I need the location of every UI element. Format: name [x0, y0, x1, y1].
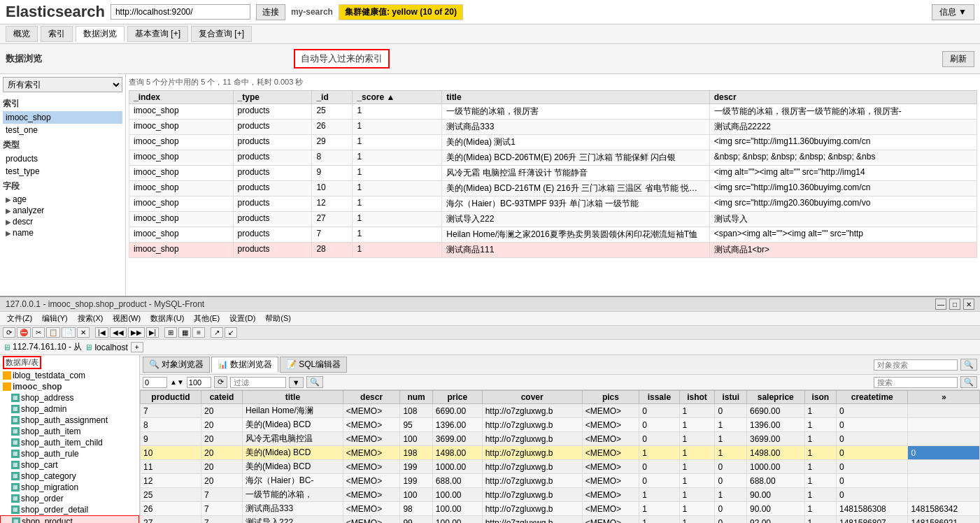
restore-button[interactable]: □	[949, 299, 960, 310]
col-header[interactable]: saleprice	[746, 391, 804, 404]
tb-btn-text[interactable]: ≡	[192, 327, 205, 338]
tab-overview[interactable]: 概览	[6, 26, 38, 42]
tb-btn-form[interactable]: ▦	[178, 327, 191, 338]
reload-button[interactable]: ⟳	[214, 376, 227, 388]
url-input[interactable]	[111, 4, 250, 20]
db-item[interactable]: ▦shop_auth_item_child	[0, 437, 139, 448]
col-header[interactable]: pics	[582, 391, 639, 404]
db-item[interactable]: ▦shop_auth_rule	[0, 448, 139, 459]
tb-btn-1[interactable]: ⟳	[3, 327, 15, 338]
col-header[interactable]: »	[908, 391, 980, 404]
sidebar-type-products[interactable]: products	[3, 152, 122, 165]
db-item[interactable]: ▦shop_admin	[0, 403, 139, 415]
search-button[interactable]: 🔍	[306, 376, 323, 388]
col-title[interactable]: title	[442, 91, 709, 104]
add-connection-button[interactable]: +	[131, 342, 143, 352]
db-item[interactable]: ▦shop_migration	[0, 482, 139, 493]
tb-btn-copy[interactable]: 📋	[46, 327, 60, 338]
col-header[interactable]: issale	[639, 391, 679, 404]
table-row[interactable]: 257一级节能的冰箱，<MEMO>100100.00http://o7zglux…	[141, 488, 980, 502]
menu-help[interactable]: 帮助(S)	[261, 313, 295, 324]
conn-ip[interactable]: 🖥 112.74.161.10 - 从	[3, 341, 82, 353]
sidebar-field-analyzer[interactable]: ▶ analyzer	[3, 205, 122, 216]
col-header[interactable]: ishot	[679, 391, 715, 404]
sidebar-field-name[interactable]: ▶ name	[3, 227, 122, 238]
db-item[interactable]: ▦shop_category	[0, 471, 139, 482]
tb-btn-2[interactable]: ⛔	[17, 327, 31, 338]
db-item[interactable]: ▦shop_order_detail	[0, 504, 139, 515]
sidebar-index-test[interactable]: test_one	[3, 124, 122, 136]
index-select[interactable]: 所有索引	[3, 77, 122, 92]
db-item[interactable]: ▦shop_address	[0, 392, 139, 403]
col-header[interactable]: cateid	[201, 391, 242, 404]
tab-data-browser[interactable]: 数据浏览	[76, 26, 125, 42]
col-header[interactable]: price	[432, 391, 482, 404]
db-item[interactable]: ▦shop_auth_assignment	[0, 415, 139, 426]
col-header[interactable]: descr	[343, 391, 400, 404]
table-row[interactable]: 277测试导入222<MEMO>99100.00http://o7zgluxwg…	[141, 516, 980, 524]
conn-localhost[interactable]: 🖥 localhost	[85, 343, 127, 352]
connect-button[interactable]: 连接	[256, 4, 285, 20]
filter-input[interactable]	[230, 377, 286, 388]
tb-btn-export[interactable]: ↗	[211, 327, 223, 338]
table-row[interactable]: 267测试商品333<MEMO>98100.00http://o7zgluxwg…	[141, 502, 980, 516]
col-header[interactable]: num	[400, 391, 432, 404]
col-header[interactable]: productid	[141, 391, 201, 404]
tab-basic-query[interactable]: 基本查询 [+]	[127, 26, 188, 42]
tab-object-browser[interactable]: 🔍 对象浏览器	[143, 357, 210, 373]
col-type[interactable]: _type	[233, 91, 312, 104]
search-execute-button[interactable]: 🔍	[960, 376, 977, 388]
es-refresh-button[interactable]: 刷新	[942, 51, 974, 67]
tb-btn-cut[interactable]: ✂	[32, 327, 45, 338]
col-header[interactable]: istui	[715, 391, 747, 404]
menu-database[interactable]: 数据库(U)	[146, 313, 188, 324]
object-search-input[interactable]	[874, 359, 958, 371]
col-header[interactable]: createtime	[837, 391, 908, 404]
sidebar-index-imooc[interactable]: imooc_shop	[3, 111, 122, 124]
object-search-button[interactable]: 🔍	[960, 359, 977, 371]
tab-data-browser-mysql[interactable]: 📊 数据浏览器	[211, 357, 278, 373]
col-header[interactable]: cover	[482, 391, 582, 404]
db-item[interactable]: ▦shop_order	[0, 493, 139, 504]
col-header[interactable]: ison	[804, 391, 837, 404]
col-header[interactable]: title	[243, 391, 343, 404]
minimize-button[interactable]: —	[935, 299, 946, 310]
menu-file[interactable]: 文件(Z)	[3, 313, 36, 324]
tb-btn-grid[interactable]: ⊞	[164, 327, 177, 338]
filter-dropdown[interactable]: ▼	[289, 377, 304, 388]
menu-search[interactable]: 搜索(X)	[73, 313, 108, 324]
table-row[interactable]: 1020美的(Midea) BCD<MEMO>1981498.00http://…	[141, 446, 980, 460]
db-item[interactable]: ▦shop_product	[0, 515, 139, 523]
menu-other[interactable]: 其他(E)	[190, 313, 224, 324]
tb-btn-last[interactable]: ▶|	[146, 327, 159, 338]
tab-index[interactable]: 索引	[41, 26, 73, 42]
search-input2[interactable]	[874, 377, 958, 388]
tab-complex-query[interactable]: 复合查询 [+]	[191, 26, 252, 42]
col-index[interactable]: _index	[129, 91, 234, 104]
col-id[interactable]: _id	[312, 91, 353, 104]
tb-btn-prev[interactable]: ◀◀	[110, 327, 127, 338]
db-item[interactable]: ▦shop_auth_item	[0, 426, 139, 437]
table-row[interactable]: 1220海尔（Haier）BC-<MEMO>199688.00http://o7…	[141, 474, 980, 488]
close-button[interactable]: ✕	[963, 299, 974, 310]
db-item[interactable]: imooc_shop	[0, 381, 139, 392]
table-row[interactable]: 820美的(Midea) BCD<MEMO>951396.00http://o7…	[141, 418, 980, 432]
menu-edit[interactable]: 编辑(Y)	[38, 313, 72, 324]
page-input[interactable]	[143, 377, 167, 388]
table-row[interactable]: 720Heilan Home/海澜<MEMO>1086690.00http://…	[141, 404, 980, 418]
tb-btn-del[interactable]: ✕	[77, 327, 90, 338]
limit-input[interactable]	[187, 377, 211, 388]
sidebar-type-test[interactable]: test_type	[3, 165, 122, 178]
info-button[interactable]: 信息 ▼	[932, 4, 974, 20]
menu-settings[interactable]: 设置(D)	[225, 313, 260, 324]
tb-btn-import[interactable]: ↙	[225, 327, 237, 338]
table-row[interactable]: 1120美的(Midea) BCD<MEMO>1991000.00http://…	[141, 460, 980, 474]
db-item[interactable]: iblog_testdata_com	[0, 370, 139, 381]
sidebar-field-age[interactable]: ▶ age	[3, 194, 122, 205]
db-item[interactable]: ▦shop_cart	[0, 459, 139, 471]
sidebar-field-descr[interactable]: ▶ descr	[3, 216, 122, 227]
col-score[interactable]: _score ▲	[353, 91, 442, 104]
col-descr[interactable]: descr	[709, 91, 977, 104]
tb-btn-first[interactable]: |◀	[95, 327, 108, 338]
table-row[interactable]: 920风冷无霜电脑控温<MEMO>1003699.00http://o7zglu…	[141, 432, 980, 446]
